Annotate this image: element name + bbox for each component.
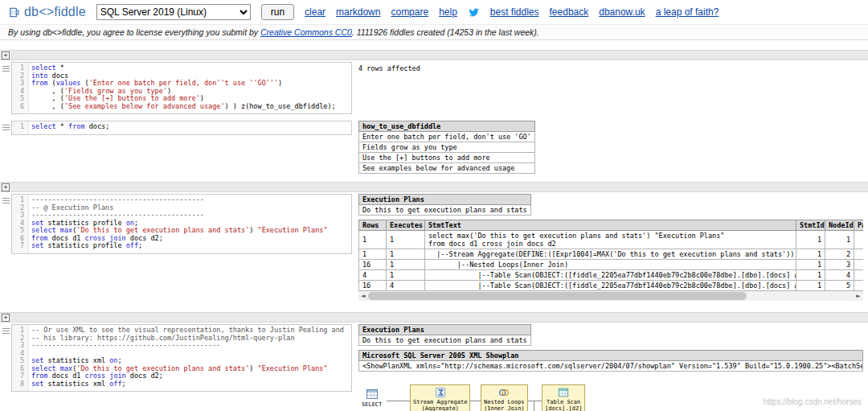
table-cell [854, 281, 864, 291]
drag-handle[interactable] [0, 62, 11, 72]
sql-editor-2[interactable]: 1select * from docs; [11, 121, 352, 135]
code-line: 5select max('Do this to get execution pl… [12, 227, 351, 235]
table-row: Do this to get execution plans and stats [359, 205, 531, 216]
table-cell: Fields grow as you type [359, 142, 535, 153]
code-text: from docs d1 cross join docs d2; [28, 235, 163, 243]
logo[interactable]: db<>fiddle [8, 5, 86, 19]
code-line: 5set statistics xml on; [12, 357, 351, 365]
table-cell: 1 [796, 260, 825, 270]
column-header: Execution Plans [359, 195, 531, 205]
table-row: 41 |--Table Scan(OBJECT:([fiddle_2205ea7… [359, 270, 864, 281]
code-line: 2-- his library: https://github.com/Just… [12, 335, 351, 343]
link-markdown[interactable]: markdown [336, 6, 380, 18]
table-cell: 16 [359, 281, 387, 291]
plan-node-select[interactable]: SELECT [362, 388, 382, 408]
link-leap-of-faith[interactable]: a leap of faith? [656, 6, 719, 18]
plan-node-label: Nested Loops [484, 399, 525, 405]
scrollbar-track[interactable] [368, 291, 854, 301]
scroll-right-button[interactable]: ► [854, 291, 863, 301]
batch-divider: + [0, 182, 868, 192]
twitter-link[interactable] [468, 7, 480, 18]
link-clear[interactable]: clear [305, 6, 326, 18]
table-cell: 4 [825, 270, 854, 281]
table-cell [854, 270, 864, 281]
table-cell: 2 [825, 249, 854, 260]
table-row: <ShowPlanXML xmlns="http://schemas.micro… [359, 361, 863, 372]
code-line: 7from docs d1 cross join docs d2; [12, 372, 351, 380]
results-1: 4 rows affected [352, 62, 863, 72]
link-feedback[interactable]: feedback [550, 6, 589, 18]
column-header: NodeId [825, 220, 854, 231]
code-text: select * [28, 64, 64, 72]
code-line: 3---------------------------------------… [12, 212, 351, 220]
table-cell: 1 [387, 260, 425, 270]
code-text: from docs d1 cross join docs d2; [28, 372, 163, 380]
plan-connector [387, 401, 410, 401]
code-line: 6from docs d1 cross join docs d2; [12, 235, 351, 243]
code-text: set statistics xml off; [28, 380, 126, 388]
add-batch-button[interactable]: + [2, 51, 10, 60]
scroll-left-button[interactable]: ◄ [358, 291, 368, 301]
plan-connector [470, 401, 481, 401]
sql-editor-4[interactable]: 1-- Or use XML to see the visual represe… [11, 324, 352, 392]
run-button[interactable]: run [261, 4, 294, 20]
showplan-xml-cell: <ShowPlanXML xmlns="http://schemas.micro… [359, 361, 863, 372]
drag-handle[interactable] [0, 324, 11, 334]
code-line: 4 [12, 350, 351, 358]
license-notice: By using db<>fiddle, you agree to licens… [0, 25, 868, 40]
watermark: https://blog.csdn.net/horses [764, 397, 862, 406]
table-cell: 1 [796, 270, 825, 281]
batch-divider: + [0, 50, 868, 60]
drag-handle[interactable] [0, 121, 11, 130]
table-cell: 1 [796, 281, 825, 291]
add-batch-button[interactable]: + [2, 183, 10, 191]
license-link[interactable]: Creative Commons CC0 [260, 27, 352, 37]
nested-loops-icon [498, 387, 510, 398]
plan-node-label: SELECT [362, 401, 382, 408]
code-line: 3from (values ('Enter one batch per fiel… [12, 80, 351, 88]
add-batch-button[interactable]: + [2, 314, 10, 322]
table-cell: |--Stream Aggregate(DEFINE:([Expr1004]=M… [425, 249, 796, 260]
header-row: RowsExecutesStmtTextStmtIdNodeIdParent [359, 220, 864, 231]
table-cell: 1 [387, 231, 425, 249]
table-row: 161 |--Nested Loops(Inner Join)13 [359, 260, 864, 270]
link-compare[interactable]: compare [391, 6, 428, 18]
horizontal-scrollbar[interactable]: ◄ ► [358, 291, 863, 301]
table-cell: 16 [359, 260, 387, 270]
results-2: how_to_use_dbfiddleEnter one batch per f… [352, 121, 863, 174]
code-text: select * from docs; [28, 123, 109, 131]
table-row: Fields grow as you type [359, 142, 535, 153]
link-best-fiddles[interactable]: best fiddles [490, 6, 539, 18]
sql-editor-3[interactable]: 1---------------------------------------… [11, 194, 352, 254]
link-help[interactable]: help [439, 6, 457, 18]
link-dbanow[interactable]: dbanow.uk [599, 6, 645, 18]
table-cell: Do this to get execution plans and stats [359, 335, 531, 346]
code-text: into docs [28, 72, 68, 80]
plan-node-table-scan[interactable]: Table Scan [docs].[d2] Cost: 48% [542, 384, 585, 411]
plan-node-label: Table Scan [545, 399, 582, 405]
table-row: 11select max('Do this to get execution p… [359, 231, 864, 249]
code-line: 4 , ('Fields grow as you type') [12, 88, 351, 96]
grip-icon [2, 125, 10, 130]
twitter-icon [468, 7, 480, 18]
code-text: , ('Fields grow as you type') [28, 88, 171, 96]
batch-1: 1select *2into docs3from (values ('Enter… [0, 62, 868, 114]
database-select[interactable]: SQL Server 2019 (Linux) [96, 4, 251, 20]
drag-handle[interactable] [0, 194, 11, 203]
table-cell: |--Table Scan(OBJECT:([fiddle_2205ea77db… [425, 281, 796, 291]
header-row: how_to_use_dbfiddle [359, 121, 535, 132]
plan-node-nested-loops[interactable]: Nested Loops (Inner Join) Cost: 1% [481, 384, 528, 411]
plan-node-stream-aggregate[interactable]: Stream Aggregate (Aggregate) Cost: 0% [410, 384, 470, 411]
batch-4: 1-- Or use XML to see the visual represe… [0, 324, 868, 411]
notice-text: By using db<>fiddle, you agree to licens… [8, 27, 260, 37]
code-text: -- @ Execution Plans [28, 204, 113, 212]
scrollbar-thumb[interactable] [368, 292, 747, 300]
table-cell: select max('Do this to get execution pla… [425, 231, 796, 249]
table-cell: 1 [387, 249, 425, 260]
code-line: 1-- Or use XML to see the visual represe… [12, 327, 351, 335]
grip-icon [2, 66, 10, 72]
sql-editor-1[interactable]: 1select *2into docs3from (values ('Enter… [11, 62, 352, 114]
code-text: select max('Do this to get execution pla… [28, 365, 328, 373]
table-cell: 1 [796, 231, 825, 249]
result-table: how_to_use_dbfiddleEnter one batch per f… [358, 121, 535, 174]
